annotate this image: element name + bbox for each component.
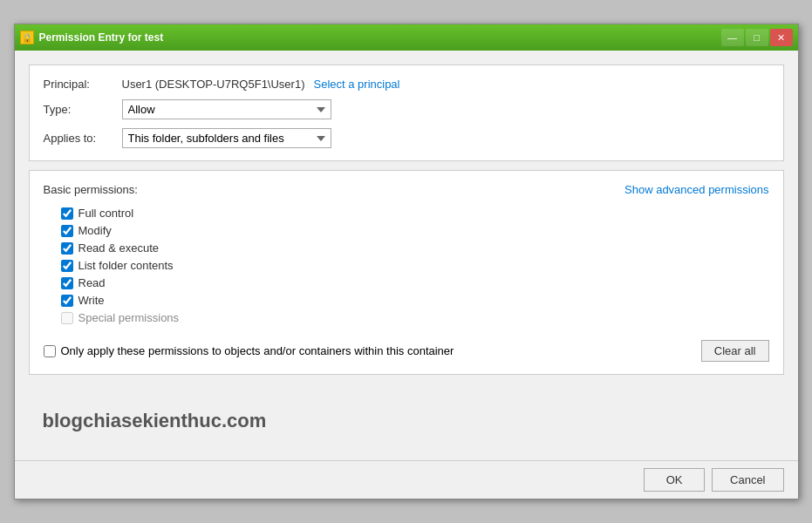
watermark-text: blogchiasekienthuc.com bbox=[43, 410, 267, 431]
write-checkbox[interactable] bbox=[61, 295, 73, 307]
minimize-button[interactable]: — bbox=[721, 29, 744, 46]
applies-to-label: Applies to: bbox=[44, 132, 122, 145]
read-checkbox[interactable] bbox=[61, 277, 73, 289]
list-item: List folder contents bbox=[61, 259, 769, 272]
maximize-button[interactable]: □ bbox=[746, 29, 768, 46]
title-bar-left: 🔒 Permission Entry for test bbox=[20, 31, 164, 44]
select-principal-link[interactable]: Select a principal bbox=[313, 78, 399, 91]
title-controls: — □ ✕ bbox=[721, 29, 793, 46]
special-permissions-checkbox[interactable] bbox=[61, 312, 73, 324]
read-execute-label: Read & execute bbox=[78, 241, 160, 255]
window-content: Principal: User1 (DESKTOP-U7RQ5F1\User1)… bbox=[15, 51, 798, 460]
principal-label: Principal: bbox=[44, 78, 122, 91]
only-apply-checkbox[interactable] bbox=[44, 345, 56, 357]
applies-to-row: Applies to: This folder, subfolders and … bbox=[44, 128, 769, 148]
type-row: Type: Allow Deny bbox=[44, 99, 769, 119]
watermark: blogchiasekienthuc.com bbox=[29, 384, 784, 446]
checkbox-list: Full control Modify Read & execute List … bbox=[61, 207, 769, 324]
window-footer: OK Cancel bbox=[15, 460, 798, 499]
show-advanced-link[interactable]: Show advanced permissions bbox=[624, 183, 768, 196]
applies-to-select[interactable]: This folder, subfolders and files This f… bbox=[122, 128, 331, 148]
bottom-section: Only apply these permissions to objects … bbox=[44, 340, 769, 362]
ok-button[interactable]: OK bbox=[644, 468, 705, 492]
list-item: Special permissions bbox=[61, 311, 769, 324]
list-item: Modify bbox=[61, 224, 769, 237]
cancel-button[interactable]: Cancel bbox=[712, 468, 783, 492]
modify-checkbox[interactable] bbox=[61, 225, 73, 237]
list-item: Full control bbox=[61, 207, 769, 220]
modify-label: Modify bbox=[78, 224, 112, 237]
window-icon: 🔒 bbox=[20, 31, 34, 44]
list-item: Read & execute bbox=[61, 241, 769, 255]
write-label: Write bbox=[78, 294, 105, 307]
read-label: Read bbox=[78, 276, 106, 289]
list-folder-label: List folder contents bbox=[78, 259, 174, 272]
form-section: Principal: User1 (DESKTOP-U7RQ5F1\User1)… bbox=[29, 65, 784, 161]
list-folder-checkbox[interactable] bbox=[61, 260, 73, 272]
list-item: Write bbox=[61, 294, 769, 307]
title-bar: 🔒 Permission Entry for test — □ ✕ bbox=[15, 24, 798, 51]
only-apply-row: Only apply these permissions to objects … bbox=[44, 344, 454, 357]
only-apply-label: Only apply these permissions to objects … bbox=[61, 344, 454, 357]
permissions-header: Basic permissions: Show advanced permiss… bbox=[44, 183, 769, 196]
full-control-checkbox[interactable] bbox=[61, 207, 73, 220]
principal-row: Principal: User1 (DESKTOP-U7RQ5F1\User1)… bbox=[44, 78, 769, 91]
window-title: Permission Entry for test bbox=[39, 31, 164, 44]
type-select[interactable]: Allow Deny bbox=[122, 99, 331, 119]
full-control-label: Full control bbox=[78, 207, 134, 220]
permissions-title: Basic permissions: bbox=[44, 183, 138, 196]
principal-value: User1 (DESKTOP-U7RQ5F1\User1) bbox=[122, 78, 305, 91]
list-item: Read bbox=[61, 276, 769, 289]
permissions-section: Basic permissions: Show advanced permiss… bbox=[29, 170, 784, 375]
type-label: Type: bbox=[44, 103, 122, 116]
read-execute-checkbox[interactable] bbox=[61, 242, 73, 255]
close-button[interactable]: ✕ bbox=[770, 29, 793, 46]
permission-entry-dialog: 🔒 Permission Entry for test — □ ✕ Princi… bbox=[14, 24, 799, 499]
clear-all-button[interactable]: Clear all bbox=[701, 340, 769, 362]
special-permissions-label: Special permissions bbox=[78, 311, 180, 324]
